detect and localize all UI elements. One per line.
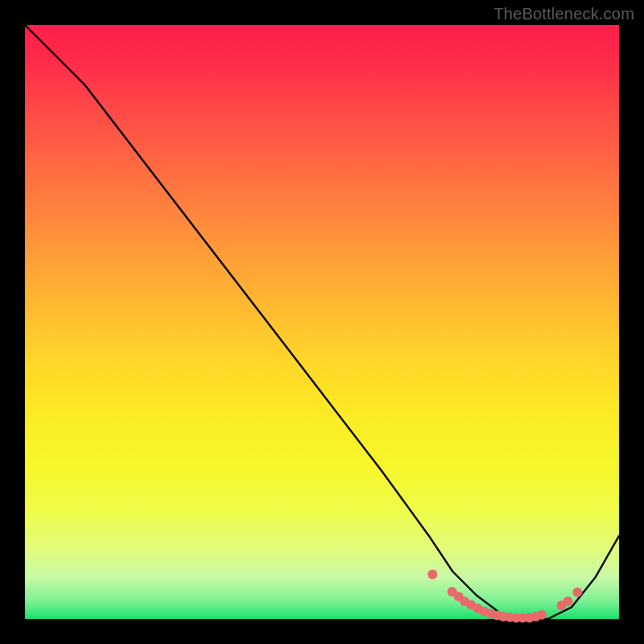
watermark-text: TheBottleneck.com [493, 5, 634, 23]
curve-dots-group [427, 570, 582, 623]
curve-line [25, 25, 619, 619]
plot-area [25, 25, 619, 619]
curve-dot [537, 610, 547, 620]
chart-svg [25, 25, 619, 619]
curve-dot [427, 570, 437, 580]
chart-frame: TheBottleneck.com [0, 0, 644, 644]
curve-dot [564, 597, 573, 606]
curve-line-group [25, 25, 619, 619]
curve-dot [572, 588, 582, 597]
